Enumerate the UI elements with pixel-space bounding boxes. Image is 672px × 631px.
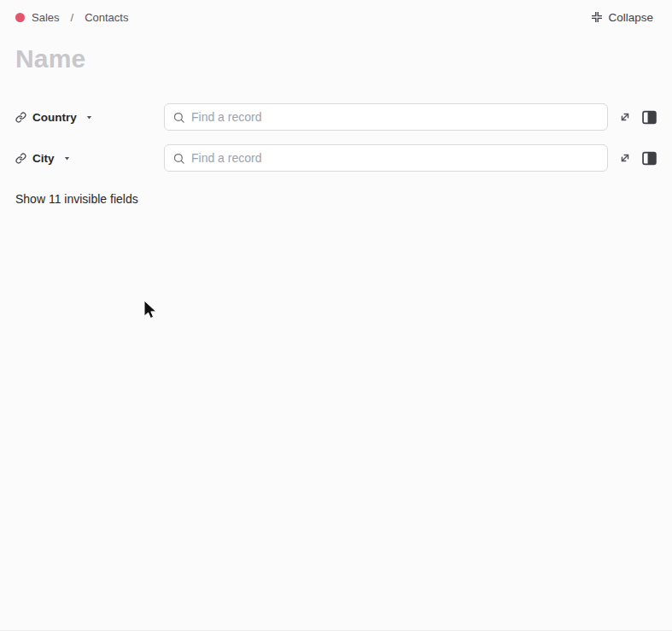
side-panel-icon <box>642 110 657 125</box>
field-label-city-button[interactable]: City <box>15 152 164 165</box>
expand-link-selector-button[interactable] <box>618 110 632 124</box>
link-field-icon <box>15 112 26 123</box>
link-record-search-city <box>164 144 608 172</box>
field-label: City <box>32 152 55 165</box>
show-invisible-fields-button[interactable]: Show 11 invisible fields <box>15 192 138 206</box>
search-icon <box>172 152 185 165</box>
collapse-icon <box>591 11 603 23</box>
record-name-placeholder[interactable]: Name <box>15 45 657 73</box>
diagonal-expand-icon <box>618 151 632 165</box>
record-detail-panel: Sales / Contacts Collapse Name <box>0 0 672 631</box>
expand-link-selector-button[interactable] <box>618 151 632 165</box>
search-icon <box>172 111 185 124</box>
breadcrumb-table-link[interactable]: Sales <box>32 11 60 24</box>
find-record-input-city[interactable] <box>191 151 599 165</box>
side-panel-icon <box>642 151 657 166</box>
find-record-input-country[interactable] <box>191 110 599 124</box>
side-panel-toggle-button[interactable] <box>642 110 657 125</box>
chevron-down-icon <box>85 114 93 121</box>
breadcrumb-separator: / <box>71 11 74 24</box>
field-row-country: Country <box>0 103 672 131</box>
field-label: Country <box>32 111 77 124</box>
diagonal-expand-icon <box>618 110 632 124</box>
breadcrumb: Sales / Contacts <box>15 11 128 24</box>
side-panel-toggle-button[interactable] <box>642 151 657 166</box>
mouse-cursor <box>143 300 160 327</box>
breadcrumb-record-link[interactable]: Contacts <box>85 11 128 24</box>
field-label-country-button[interactable]: Country <box>15 111 164 124</box>
table-color-dot <box>15 13 25 22</box>
field-row-city: City <box>0 144 672 172</box>
chevron-down-icon <box>63 155 71 162</box>
collapse-button[interactable]: Collapse <box>587 9 657 26</box>
link-field-icon <box>15 153 26 164</box>
topbar: Sales / Contacts Collapse <box>0 0 672 27</box>
collapse-button-label: Collapse <box>608 11 653 24</box>
link-record-search-country <box>164 103 608 131</box>
